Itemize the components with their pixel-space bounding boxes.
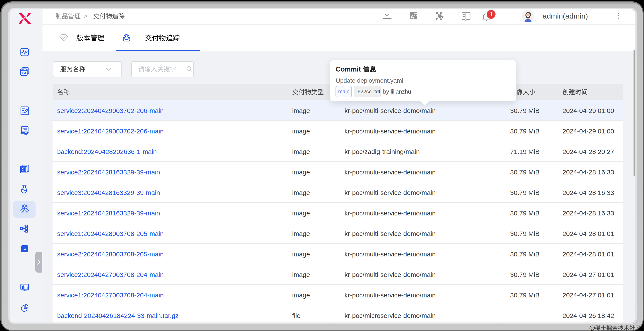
svg-text:PM: PM — [22, 72, 26, 75]
